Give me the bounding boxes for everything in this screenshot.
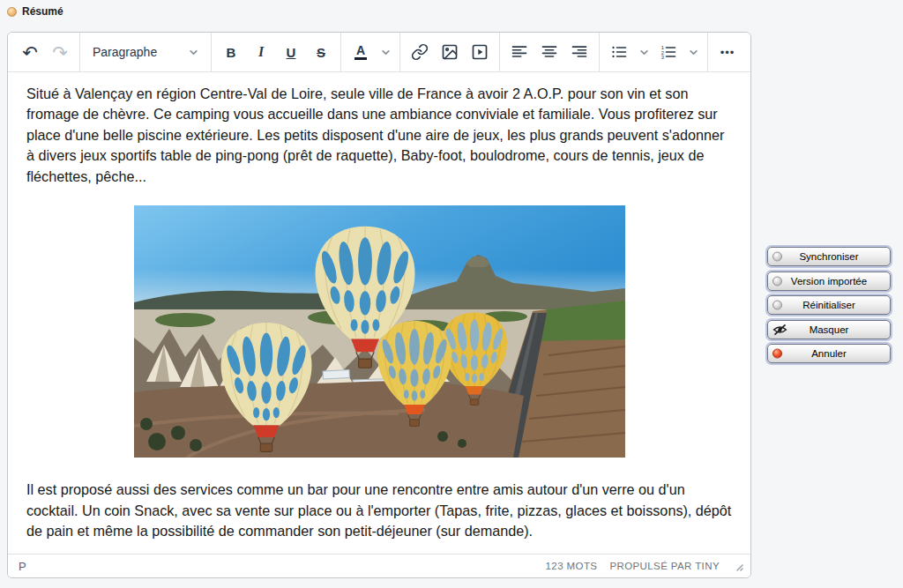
text-color-menu-button[interactable] [376, 33, 395, 71]
toolbar-separator [399, 33, 400, 71]
italic-button[interactable]: I [246, 33, 276, 71]
balloons-photo[interactable] [134, 205, 625, 458]
insert-media-button[interactable] [465, 33, 495, 71]
align-left-icon [511, 43, 528, 61]
resize-handle-icon[interactable] [734, 562, 743, 571]
masquer-button[interactable]: Masquer [767, 320, 891, 339]
chevron-down-icon [381, 48, 391, 57]
element-path[interactable]: P [19, 560, 26, 573]
more-toolbar-button[interactable]: ••• [713, 33, 743, 71]
link-button[interactable] [405, 33, 435, 71]
svg-text:3: 3 [661, 55, 664, 60]
more-icon: ••• [720, 46, 735, 59]
rich-text-editor: ↶ ↷ Paragraphe B I U S A [7, 32, 751, 578]
synchroniser-button[interactable]: Synchroniser [767, 247, 891, 266]
eye-slash-icon [772, 324, 787, 335]
strikethrough-icon: S [317, 45, 325, 60]
redo-icon: ↷ [52, 43, 68, 62]
undo-button[interactable]: ↶ [15, 33, 45, 71]
annuler-button[interactable]: Annuler [767, 344, 891, 363]
field-status-icon [7, 7, 17, 17]
field-title: Résumé [22, 5, 63, 18]
insert-image-button[interactable] [435, 33, 465, 71]
word-count[interactable]: 123 MOTS [546, 561, 598, 571]
gray-sphere-icon [772, 301, 782, 310]
toolbar-separator [79, 33, 80, 71]
media-icon [471, 43, 489, 61]
redo-button[interactable]: ↷ [45, 33, 75, 71]
toolbar-separator [499, 33, 500, 71]
chevron-down-icon [689, 48, 698, 57]
bullet-list-icon [610, 43, 628, 61]
chevron-down-icon [189, 48, 198, 57]
red-sphere-icon [772, 349, 782, 359]
text-color-swatch [354, 57, 367, 60]
chevron-down-icon [639, 48, 649, 57]
align-left-button[interactable] [504, 33, 534, 71]
button-label: Annuler [811, 348, 847, 359]
editor-content[interactable]: Situé à Valençay en région Centre-Val de… [8, 72, 750, 554]
block-format-value: Paragraphe [93, 45, 157, 59]
bold-icon: B [227, 45, 236, 60]
button-label: Masquer [810, 324, 849, 335]
statusbar-right: 123 MOTS PROPULSÉ PAR TINY [546, 561, 743, 571]
bullet-list-button[interactable] [604, 33, 634, 71]
link-icon [411, 43, 429, 61]
underline-icon: U [287, 45, 296, 60]
image-line [26, 205, 732, 463]
undo-icon: ↶ [22, 43, 38, 62]
numbered-list-icon: 123 [660, 43, 677, 61]
paragraph[interactable]: Situé à Valençay en région Centre-Val de… [26, 84, 732, 187]
italic-icon: I [258, 44, 264, 60]
bold-button[interactable]: B [216, 33, 246, 71]
button-label: Version importée [791, 276, 867, 287]
block-format-select[interactable]: Paragraphe [85, 33, 206, 71]
reinitialiser-button[interactable]: Réinitialiser [767, 295, 891, 315]
editor-toolbar: ↶ ↷ Paragraphe B I U S A [8, 33, 750, 72]
field-header: Résumé [7, 5, 63, 18]
gray-sphere-icon [772, 252, 782, 262]
text-color-letter: A [356, 44, 365, 56]
align-center-icon [541, 43, 558, 61]
toolbar-separator [707, 33, 708, 71]
branding-link[interactable]: PROPULSÉ PAR TINY [609, 561, 720, 571]
numbered-list-button[interactable]: 123 [653, 33, 683, 71]
align-right-icon [571, 43, 588, 61]
paragraph[interactable]: Il est proposé aussi des services comme … [26, 480, 732, 541]
side-action-panel: Synchroniser Version importée Réinitiali… [767, 247, 891, 368]
toolbar-separator [599, 33, 600, 71]
button-label: Synchroniser [799, 251, 858, 262]
text-color-button[interactable]: A [346, 33, 376, 71]
align-center-button[interactable] [534, 33, 564, 71]
underline-button[interactable]: U [276, 33, 306, 71]
bullet-list-menu-button[interactable] [634, 33, 653, 71]
editor-statusbar: P 123 MOTS PROPULSÉ PAR TINY [8, 554, 750, 577]
text-color-icon: A [354, 44, 367, 60]
strikethrough-button[interactable]: S [306, 33, 336, 71]
button-label: Réinitialiser [802, 300, 854, 310]
align-right-button[interactable] [564, 33, 594, 71]
version-importee-button[interactable]: Version importée [767, 272, 891, 291]
toolbar-separator [340, 33, 341, 71]
toolbar-separator [211, 33, 212, 71]
numbered-list-menu-button[interactable] [683, 33, 703, 71]
gray-sphere-icon [772, 276, 782, 286]
image-icon [441, 43, 459, 61]
